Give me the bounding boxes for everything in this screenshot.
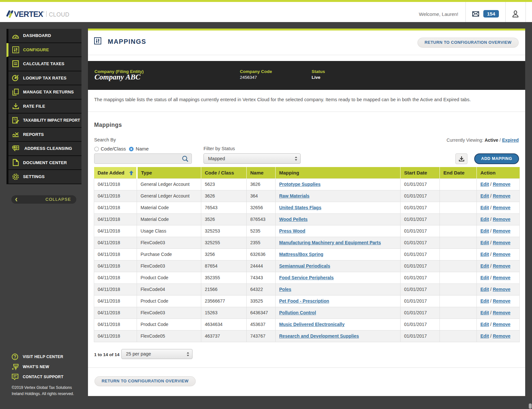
svg-text:®: ® bbox=[43, 11, 44, 14]
svg-text:CLOUD: CLOUD bbox=[49, 11, 69, 18]
svg-text:VERTEX: VERTEX bbox=[14, 10, 43, 18]
